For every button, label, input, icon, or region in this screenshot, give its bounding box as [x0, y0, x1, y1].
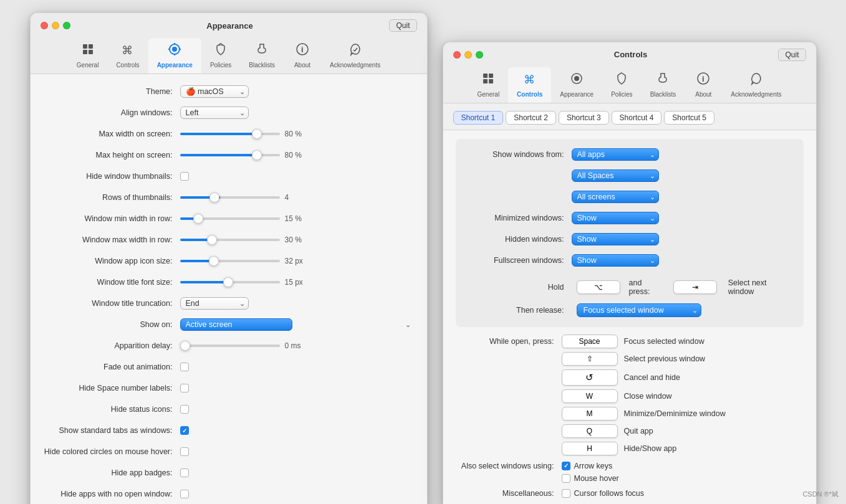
- hide-thumbnails-label: Hide window thumbnails:: [43, 172, 180, 181]
- align-select[interactable]: Left: [180, 107, 249, 119]
- minimized-select-wrapper[interactable]: Show: [572, 212, 659, 224]
- rows-thumbnails-slider[interactable]: [180, 196, 280, 199]
- also-select-label: Also select windows using:: [456, 462, 562, 470]
- prev-window-row: ⇧ Select previous window: [456, 352, 804, 366]
- show-windows-from-select-wrapper[interactable]: All apps: [572, 148, 659, 161]
- show-windows-from-control: All apps: [572, 148, 794, 161]
- theme-select-wrapper[interactable]: 🍎 macOS: [180, 85, 249, 98]
- space-key: Space: [562, 335, 618, 348]
- win-title-trunc-select-wrapper[interactable]: End: [180, 297, 249, 310]
- hold-row: Hold ⌥ and press: ⇥ Select next window: [466, 273, 794, 301]
- tab-blacklists[interactable]: Blacklists: [240, 38, 284, 74]
- tab-appearance[interactable]: Appearance: [148, 38, 201, 74]
- release-select[interactable]: Focus selected window: [577, 303, 701, 317]
- tab-policies[interactable]: Policies: [201, 38, 240, 74]
- show-windows-from-label: Show windows from:: [466, 150, 572, 159]
- maximize-button[interactable]: [63, 22, 70, 29]
- acknowledgments-tab-label: Acknowledgments: [330, 62, 380, 69]
- hide-no-window-checkbox[interactable]: [180, 490, 189, 498]
- tab-acknowledgments[interactable]: Acknowledgments: [321, 38, 389, 74]
- all-spaces-select[interactable]: All Spaces: [572, 169, 659, 182]
- ctrl-tab-general[interactable]: General: [469, 67, 509, 103]
- cursor-follows-checkbox[interactable]: [562, 489, 570, 498]
- hide-badges-checkbox[interactable]: [180, 468, 189, 477]
- blacklists-icon: [254, 42, 269, 60]
- arrow-keys-checkbox[interactable]: [562, 462, 570, 470]
- all-spaces-select-wrapper[interactable]: All Spaces: [572, 169, 659, 182]
- ctrl-acknowledgments-icon: [749, 71, 764, 90]
- theme-select[interactable]: 🍎 macOS: [180, 85, 249, 98]
- fullscreen-select-wrapper[interactable]: Show: [572, 254, 659, 267]
- minimized-select[interactable]: Show: [572, 212, 659, 224]
- shortcut-tab-5[interactable]: Shortcut 5: [664, 111, 714, 125]
- close-button[interactable]: [41, 22, 48, 29]
- mouse-hover-checkbox[interactable]: [562, 474, 570, 483]
- ctrl-tab-policies[interactable]: Policies: [602, 67, 641, 103]
- all-screens-select-wrapper[interactable]: All screens: [572, 191, 659, 203]
- hide-space-checkbox[interactable]: [180, 384, 189, 392]
- ctrl-tab-blacklists[interactable]: Blacklists: [642, 67, 685, 103]
- svg-rect-13: [483, 74, 488, 78]
- hide-thumbnails-checkbox[interactable]: [180, 172, 189, 181]
- tab-general[interactable]: General: [68, 38, 108, 74]
- close-window-row: W Close window: [456, 389, 804, 403]
- minimize-button[interactable]: [52, 22, 59, 29]
- cursor-follows-label: Cursor follows focus: [574, 489, 645, 498]
- win-min-width-row: Window min width in row: 15 %: [43, 211, 415, 226]
- hidden-label: Hidden windows:: [466, 235, 572, 244]
- shortcut-tab-3[interactable]: Shortcut 3: [559, 111, 609, 125]
- controls-maximize-button[interactable]: [476, 51, 483, 59]
- controls-close-button[interactable]: [453, 51, 461, 59]
- fullscreen-select[interactable]: Show: [572, 254, 659, 267]
- svg-rect-14: [489, 74, 493, 78]
- shortcut-tab-4[interactable]: Shortcut 4: [612, 111, 662, 125]
- win-icon-size-row: Window app icon size: 32 px: [43, 254, 415, 269]
- hide-space-control: [180, 384, 415, 392]
- controls-minimize-button[interactable]: [464, 51, 472, 59]
- max-height-slider[interactable]: [180, 154, 280, 156]
- show-windows-from-select[interactable]: All apps: [572, 148, 659, 161]
- ctrl-tab-appearance[interactable]: Appearance: [551, 67, 602, 103]
- show-tabs-checkbox[interactable]: [180, 426, 189, 435]
- win-title-font-slider[interactable]: [180, 281, 280, 283]
- win-max-width-label: Window max width in row:: [43, 235, 180, 244]
- hide-circles-checkbox[interactable]: [180, 447, 189, 456]
- hide-show-desc: Hide/Show app: [624, 444, 677, 453]
- win-min-width-slider[interactable]: [180, 217, 280, 220]
- win-icon-size-slider[interactable]: [180, 260, 280, 262]
- hidden-select[interactable]: Show: [572, 233, 659, 245]
- apparition-slider[interactable]: [180, 345, 280, 347]
- close-window-key: W: [562, 389, 618, 403]
- win-title-trunc-select[interactable]: End: [180, 297, 249, 310]
- show-on-select[interactable]: Active screen: [180, 318, 292, 331]
- win-icon-size-label: Window app icon size:: [43, 257, 180, 265]
- tab-controls[interactable]: ⌘ Controls: [107, 38, 148, 74]
- tab-about[interactable]: i About: [284, 38, 321, 74]
- max-width-control: 80 %: [180, 130, 415, 138]
- align-select-wrapper[interactable]: Left: [180, 107, 249, 119]
- max-width-slider[interactable]: [180, 133, 280, 135]
- ctrl-tab-acknowledgments[interactable]: Acknowledgments: [722, 67, 790, 103]
- ctrl-tab-controls[interactable]: ⌘ Controls: [508, 67, 551, 103]
- release-select-wrapper[interactable]: Focus selected window: [577, 303, 701, 317]
- svg-text:⌘: ⌘: [524, 74, 535, 86]
- quit-button[interactable]: Quit: [389, 19, 416, 32]
- appearance-content: Theme: 🍎 macOS Align windows: Left: [31, 74, 427, 504]
- hide-no-window-label: Hide apps with no open window:: [43, 490, 180, 498]
- all-screens-select[interactable]: All screens: [572, 191, 659, 203]
- while-open-header-row: While open, press: Space Focus selected …: [456, 335, 804, 348]
- controls-quit-button[interactable]: Quit: [778, 49, 805, 61]
- shortcut-tab-1[interactable]: Shortcut 1: [453, 111, 504, 125]
- shortcut-tab-2[interactable]: Shortcut 2: [506, 111, 556, 125]
- hide-show-row: H Hide/Show app: [456, 442, 804, 455]
- also-select-section: Also select windows using: Arrow keys Mo…: [456, 462, 804, 483]
- fade-checkbox[interactable]: [180, 363, 189, 371]
- controls-tab-label: Controls: [116, 62, 139, 69]
- hidden-select-wrapper[interactable]: Show: [572, 233, 659, 245]
- win-max-width-slider[interactable]: [180, 239, 280, 241]
- ctrl-tab-about[interactable]: i About: [685, 67, 722, 103]
- quit-app-row: Q Quit app: [456, 424, 804, 438]
- show-on-select-wrapper[interactable]: Active screen: [180, 318, 415, 331]
- hide-status-checkbox[interactable]: [180, 405, 189, 414]
- svg-rect-2: [83, 50, 87, 54]
